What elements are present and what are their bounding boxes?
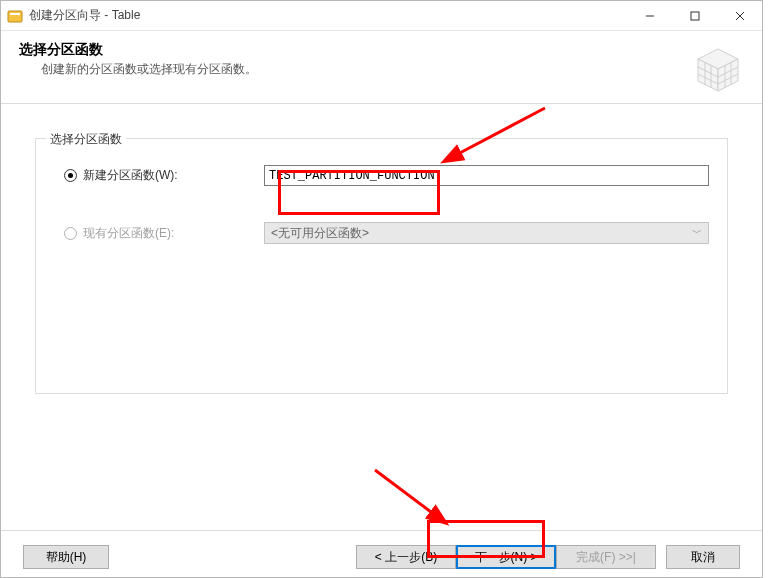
nav-button-group: < 上一步(B) 下一步(N) > 完成(F) >>|: [356, 545, 656, 569]
svg-rect-3: [691, 12, 699, 20]
existing-partition-select: <无可用分区函数> ﹀: [264, 222, 709, 244]
cancel-button[interactable]: 取消: [666, 545, 740, 569]
new-partition-label: 新建分区函数(W):: [83, 167, 178, 184]
radio-checked-icon: [64, 169, 77, 182]
maximize-button[interactable]: [672, 1, 717, 31]
page-title: 选择分区函数: [19, 41, 690, 59]
wizard-content: 选择分区函数 新建分区函数(W): 现有分区函数(E): <无可用分区函数> ﹀: [1, 104, 762, 530]
svg-rect-1: [10, 13, 20, 15]
new-partition-row: 新建分区函数(W):: [54, 165, 709, 186]
svg-rect-0: [8, 11, 22, 22]
group-title: 选择分区函数: [46, 131, 126, 148]
help-button[interactable]: 帮助(H): [23, 545, 109, 569]
radio-unchecked-icon: [64, 227, 77, 240]
titlebar[interactable]: 创建分区向导 - Table: [1, 1, 762, 31]
existing-partition-row: 现有分区函数(E): <无可用分区函数> ﹀: [54, 222, 709, 244]
app-icon: [7, 8, 23, 24]
dialog-window: 创建分区向导 - Table 选择分区函数 创建新的分区函数或选择现有分区函数。: [0, 0, 763, 578]
wizard-header: 选择分区函数 创建新的分区函数或选择现有分区函数。: [1, 31, 762, 104]
minimize-button[interactable]: [627, 1, 672, 31]
wizard-footer: 帮助(H) < 上一步(B) 下一步(N) > 完成(F) >>| 取消: [1, 530, 762, 578]
select-placeholder: <无可用分区函数>: [271, 225, 369, 242]
close-button[interactable]: [717, 1, 762, 31]
next-button[interactable]: 下一步(N) >: [456, 545, 556, 569]
new-partition-radio[interactable]: 新建分区函数(W):: [54, 167, 264, 184]
finish-button: 完成(F) >>|: [556, 545, 656, 569]
window-title: 创建分区向导 - Table: [29, 7, 140, 24]
partition-function-group: 选择分区函数 新建分区函数(W): 现有分区函数(E): <无可用分区函数> ﹀: [35, 138, 728, 394]
chevron-down-icon: ﹀: [692, 226, 702, 240]
page-subtitle: 创建新的分区函数或选择现有分区函数。: [41, 61, 690, 78]
wizard-cube-icon: [690, 41, 746, 97]
back-button[interactable]: < 上一步(B): [356, 545, 456, 569]
existing-partition-label: 现有分区函数(E):: [83, 225, 174, 242]
new-partition-name-input[interactable]: [264, 165, 709, 186]
existing-partition-radio: 现有分区函数(E):: [54, 225, 264, 242]
